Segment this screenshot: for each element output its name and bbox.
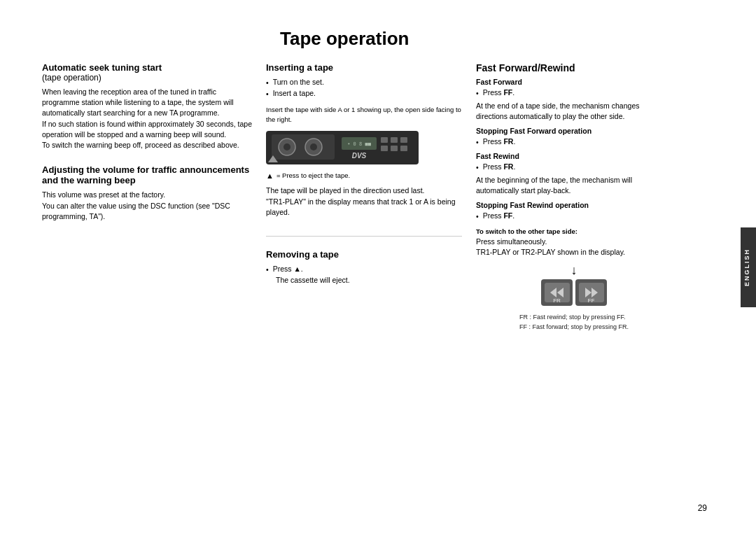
caption-ff: FF : Fast forward; stop by pressing FR. <box>519 323 629 332</box>
auto-seek-body: When leaving the reception area of the t… <box>42 87 252 150</box>
eject-caption-row: ▲ = Press to eject the tape. <box>266 171 462 180</box>
svg-rect-11 <box>381 146 388 151</box>
switch-body: Press simultaneously. TR1-PLAY or TR2-PL… <box>476 237 672 258</box>
column-2: Inserting a tape • Turn on the set. • In… <box>266 62 462 343</box>
page-number: 29 <box>698 503 707 513</box>
section-volume: Adjusting the volume for traffic announc… <box>42 164 252 222</box>
section-removing: Removing a tape • Press ▲. The cassette … <box>266 249 462 286</box>
switch-section: To switch to the other tape side: Press … <box>476 227 672 258</box>
tape-device-svg: • 0 8 ■■ DVS <box>266 127 420 168</box>
inserting-title: Inserting a tape <box>266 62 462 73</box>
arrow-left-2 <box>557 288 564 297</box>
inserting-bullets: • Turn on the set. • Insert a tape. <box>266 77 462 99</box>
caption-fr: FR : Fast rewind; stop by pressing FF. <box>519 313 629 323</box>
bullet-turn-on: • Turn on the set. <box>266 77 462 88</box>
bullet-insert: • Insert a tape. <box>266 88 462 99</box>
arrow-left-1 <box>550 288 556 297</box>
fr-section: Fast Rewind • Press FR. At the beginning… <box>476 152 672 197</box>
tape-device-image: Insert the tape with side A or 1 showing… <box>266 105 462 180</box>
fr-label: FR <box>553 297 561 304</box>
volume-body: This volume was preset at the factory. Y… <box>42 190 252 222</box>
page-container: ENGLISH Tape operation Automatic seek tu… <box>0 0 756 534</box>
fast-forward-label: Fast Forward <box>476 78 672 86</box>
fr-button-image: FR <box>541 279 573 306</box>
stopping-fr-bullet: • Press FF. <box>476 211 672 222</box>
fr-body: At the beginning of the tape, the mechan… <box>476 175 672 196</box>
svg-text:• 0 8 ■■: • 0 8 ■■ <box>347 141 372 147</box>
stopping-fr-section: Stopping Fast Rewind operation • Press F… <box>476 201 672 222</box>
eject-caption: = Press to eject the tape. <box>276 171 350 180</box>
ff-button-image: FF <box>575 279 607 306</box>
column-1: Automatic seek tuning start (tape operat… <box>42 62 252 343</box>
svg-rect-9 <box>391 137 398 143</box>
svg-text:DVS: DVS <box>352 152 367 160</box>
bullet-press-eject: • Press ▲. <box>266 264 462 275</box>
removing-title: Removing a tape <box>266 249 462 260</box>
cassette-eject-text: The cassette will eject. <box>276 275 462 286</box>
svg-rect-10 <box>400 137 407 143</box>
section-fast-forward: Fast Forward/Rewind Fast Forward • Press… <box>476 62 672 337</box>
svg-rect-8 <box>381 137 388 143</box>
fr-bullet: • Press FR. <box>476 162 672 173</box>
arrow-right-2 <box>592 288 598 297</box>
arrow-down-icon: ↓ <box>571 263 578 278</box>
ff-bullet: • Press FF. <box>476 87 672 99</box>
body-after-insert: The tape will be played in the direction… <box>266 185 462 218</box>
stopping-fr-label: Stopping Fast Rewind operation <box>476 201 672 209</box>
ff-body: At the end of a tape side, the mechanism… <box>476 101 672 122</box>
page-title: Tape operation <box>280 28 714 50</box>
control-buttons-row: FR FF <box>541 279 607 306</box>
fast-rewind-label: Fast Rewind <box>476 152 672 160</box>
stopping-ff-section: Stopping Fast Forward operation • Press … <box>476 127 672 148</box>
ff-section: Fast Forward • Press FF. At the end of a… <box>476 78 672 122</box>
fr-ff-image: ↓ FR <box>476 263 672 332</box>
column-3: Fast Forward/Rewind Fast Forward • Press… <box>476 62 672 343</box>
eject-symbol: ▲ <box>266 171 274 180</box>
insert-caption: Insert the tape with side A or 1 showing… <box>266 105 462 124</box>
content-grid: Automatic seek tuning start (tape operat… <box>42 62 714 343</box>
divider <box>266 236 462 237</box>
switch-title: To switch to the other tape side: <box>476 227 672 235</box>
ff-label: FF <box>588 297 595 304</box>
arrow-right-1 <box>585 288 592 297</box>
svg-rect-13 <box>400 146 407 151</box>
svg-point-3 <box>284 143 290 150</box>
stopping-ff-label: Stopping Fast Forward operation <box>476 127 672 135</box>
ff-rewind-title: Fast Forward/Rewind <box>476 62 672 73</box>
volume-title: Adjusting the volume for traffic announc… <box>42 164 252 185</box>
removing-bullets: • Press ▲. The cassette will eject. <box>266 264 462 286</box>
svg-point-5 <box>310 143 317 150</box>
english-tab: ENGLISH <box>741 227 756 307</box>
svg-rect-12 <box>391 146 398 151</box>
stopping-ff-bullet: • Press FR. <box>476 136 672 148</box>
auto-seek-title: Automatic seek tuning start (tape operat… <box>42 62 252 83</box>
section-inserting: Inserting a tape • Turn on the set. • In… <box>266 62 462 218</box>
section-auto-seek: Automatic seek tuning start (tape operat… <box>42 62 252 150</box>
fr-ff-captions: FR : Fast rewind; stop by pressing FF. F… <box>519 313 629 332</box>
